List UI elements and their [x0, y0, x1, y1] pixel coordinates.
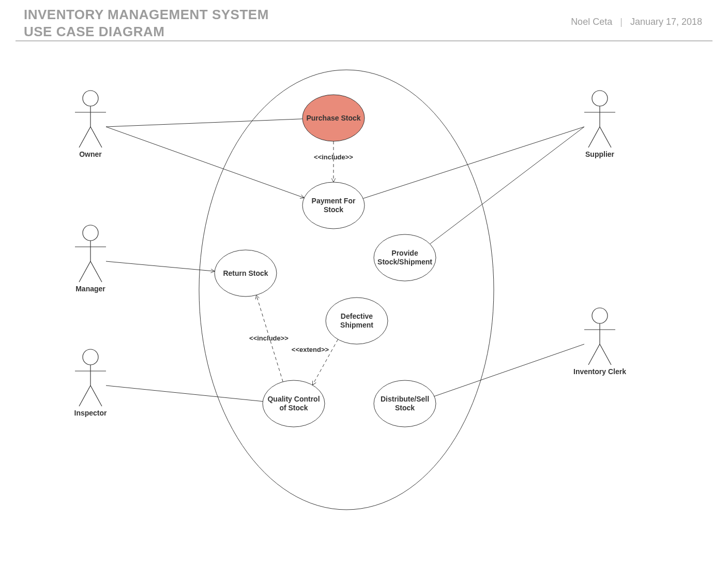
svg-line-4	[90, 127, 102, 147]
dependency-label: <<include>>	[314, 153, 353, 161]
usecase-label-distribute: Distribute/Sell Stock	[381, 395, 429, 412]
association-line	[434, 344, 584, 396]
svg-line-18	[588, 127, 600, 147]
usecase-label-quality: Quality Control of Stock	[267, 395, 320, 412]
svg-line-9	[90, 261, 102, 282]
svg-point-10	[83, 349, 98, 365]
svg-point-15	[592, 91, 608, 106]
svg-point-20	[592, 308, 608, 323]
actor-owner	[75, 91, 106, 147]
actor-label-inventory_clerk: Inventory Clerk	[573, 367, 626, 376]
svg-point-5	[83, 225, 98, 241]
svg-line-19	[600, 127, 611, 147]
usecase-label-defective: Defective Shipment	[340, 312, 373, 330]
actor-label-manager: Manager	[75, 285, 105, 293]
actor-label-inspector: Inspector	[74, 409, 107, 418]
association-line	[106, 127, 304, 198]
svg-line-13	[79, 386, 90, 406]
association-line	[430, 127, 584, 244]
svg-line-24	[600, 344, 611, 365]
actor-manager	[75, 225, 106, 282]
actor-inspector	[75, 349, 106, 406]
association-line	[106, 119, 302, 127]
dependency-label: <<extend>>	[292, 346, 329, 353]
svg-line-14	[90, 386, 102, 406]
usecase-label-provide: Provide Stock/Shipment	[377, 249, 432, 266]
actor-label-supplier: Supplier	[585, 150, 614, 159]
svg-line-23	[588, 344, 600, 365]
association-line	[363, 127, 584, 199]
association-line	[106, 261, 215, 271]
use-case-diagram	[0, 0, 728, 563]
association-line	[106, 386, 263, 402]
svg-line-8	[79, 261, 90, 282]
svg-line-3	[79, 127, 90, 147]
svg-point-0	[83, 91, 98, 106]
usecase-label-return: Return Stock	[223, 269, 268, 278]
usecase-label-purchase: Purchase Stock	[306, 114, 360, 123]
dependency-label: <<include>>	[249, 334, 289, 342]
usecase-label-payment: Payment For Stock	[312, 197, 356, 214]
actor-label-owner: Owner	[79, 150, 102, 159]
actor-supplier	[584, 91, 615, 147]
actor-inventory_clerk	[584, 308, 615, 365]
